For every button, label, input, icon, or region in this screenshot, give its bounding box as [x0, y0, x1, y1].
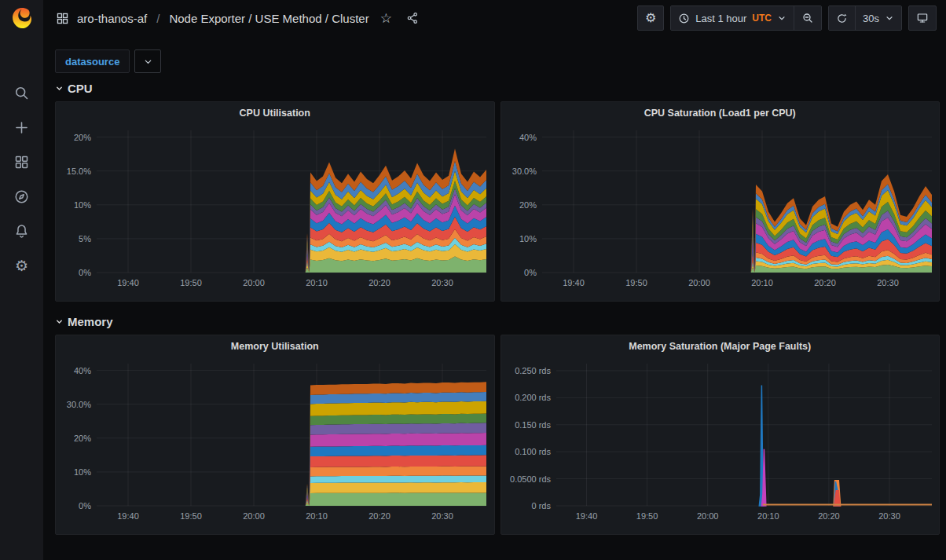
svg-text:20%: 20%	[74, 133, 91, 142]
dashboard-grid-icon	[56, 12, 69, 25]
svg-text:20:20: 20:20	[814, 278, 836, 287]
magnifier-minus-icon	[801, 12, 814, 24]
gear-icon: ⚙	[15, 258, 28, 273]
svg-text:20:00: 20:00	[243, 511, 265, 521]
svg-text:20%: 20%	[519, 200, 536, 210]
svg-text:20:10: 20:10	[751, 278, 773, 287]
favorite-button[interactable]: ☆	[377, 10, 395, 27]
svg-text:20:20: 20:20	[368, 278, 390, 287]
panel-title[interactable]: CPU Saturation (Load1 per CPU)	[501, 102, 940, 124]
panel-memory-saturation: Memory Saturation (Major Page Faults) 0 …	[500, 335, 940, 535]
sidebar-item-search[interactable]	[0, 75, 43, 110]
section-title: CPU	[68, 82, 93, 95]
breadcrumb-team[interactable]: aro-thanos-af	[77, 12, 147, 25]
chevron-down-icon	[777, 13, 786, 23]
breadcrumb-separator: /	[155, 12, 161, 25]
datasource-picker[interactable]: datasource	[55, 49, 130, 73]
svg-text:20:10: 20:10	[306, 511, 328, 521]
plus-icon	[13, 119, 30, 136]
panel-title[interactable]: Memory Utilisation	[56, 335, 494, 357]
refresh-group: 30s	[828, 5, 902, 31]
svg-text:5%: 5%	[79, 234, 91, 243]
memory-panels-row: Memory Utilisation 0%10%20%30.0%40%19:40…	[55, 335, 940, 535]
svg-text:0.100 rds: 0.100 rds	[515, 447, 551, 456]
dashboards-grid-icon	[13, 154, 30, 170]
svg-text:10%: 10%	[519, 234, 536, 243]
panel-memory-utilisation: Memory Utilisation 0%10%20%30.0%40%19:40…	[55, 335, 495, 535]
section-memory[interactable]: Memory	[55, 315, 113, 328]
breadcrumb-dashboard-title[interactable]: Node Exporter / USE Method / Cluster	[169, 12, 368, 25]
svg-text:0%: 0%	[79, 268, 91, 277]
time-range-label: Last 1 hour	[695, 13, 746, 24]
svg-text:20:30: 20:30	[878, 511, 900, 521]
sidebar-item-explore[interactable]	[0, 179, 43, 214]
monitor-icon	[916, 12, 929, 24]
time-range-picker[interactable]: Last 1 hour UTC	[671, 6, 794, 30]
breadcrumb: aro-thanos-af / Node Exporter / USE Meth…	[56, 10, 422, 27]
panel-title[interactable]: CPU Utilisation	[56, 102, 494, 124]
svg-text:19:50: 19:50	[625, 278, 647, 287]
refresh-interval-picker[interactable]: 30s	[855, 6, 901, 30]
topbar: aro-thanos-af / Node Exporter / USE Meth…	[43, 0, 946, 36]
dashboard-settings-button[interactable]: ⚙	[637, 5, 664, 31]
svg-text:20:20: 20:20	[818, 511, 840, 521]
star-icon: ☆	[380, 12, 392, 25]
section-cpu[interactable]: CPU	[55, 82, 93, 95]
svg-text:30.0%: 30.0%	[512, 167, 536, 176]
svg-text:20:00: 20:00	[696, 511, 718, 521]
kiosk-mode-button[interactable]	[908, 5, 937, 31]
share-button[interactable]	[403, 10, 422, 26]
time-controls-group: Last 1 hour UTC	[670, 5, 822, 31]
chevron-down-icon	[55, 84, 64, 93]
bell-icon	[13, 223, 30, 240]
chart-cpu-saturation[interactable]: 0%10%20%30.0%40%19:4019:5020:0020:1020:2…	[501, 124, 940, 301]
chart-memory-saturation[interactable]: 0 rds0.0500 rds0.100 rds0.150 rds0.200 r…	[501, 357, 940, 534]
svg-text:20:30: 20:30	[877, 278, 899, 287]
svg-text:0%: 0%	[79, 501, 91, 511]
svg-text:40%: 40%	[519, 133, 536, 142]
sidebar-item-alerting[interactable]	[0, 214, 43, 248]
svg-text:19:50: 19:50	[180, 278, 202, 287]
chevron-down-icon	[55, 317, 64, 326]
svg-text:20:10: 20:10	[757, 511, 779, 521]
sidebar-item-dashboards[interactable]	[0, 145, 43, 179]
svg-text:0.250 rds: 0.250 rds	[515, 366, 551, 375]
svg-text:30.0%: 30.0%	[67, 400, 91, 409]
panel-title[interactable]: Memory Saturation (Major Page Faults)	[501, 335, 940, 357]
refresh-icon	[836, 13, 848, 24]
sidebar-item-configuration[interactable]: ⚙	[0, 248, 43, 283]
cpu-panels-row: CPU Utilisation 0%5%10%15.0%20%19:4019:5…	[55, 101, 940, 302]
chart-cpu-utilisation[interactable]: 0%5%10%15.0%20%19:4019:5020:0020:1020:20…	[56, 124, 494, 301]
svg-text:19:50: 19:50	[636, 511, 658, 521]
svg-text:19:40: 19:40	[575, 511, 597, 521]
refresh-interval-label: 30s	[863, 13, 879, 24]
svg-text:20:10: 20:10	[306, 278, 328, 287]
clock-icon	[678, 13, 690, 24]
chevron-down-icon	[143, 57, 153, 67]
toolbar: ⚙ Last 1 hour UTC	[637, 5, 937, 31]
search-icon	[13, 85, 30, 101]
panel-cpu-utilisation: CPU Utilisation 0%5%10%15.0%20%19:4019:5…	[55, 101, 495, 302]
chart-memory-utilisation[interactable]: 0%10%20%30.0%40%19:4019:5020:0020:1020:2…	[56, 357, 494, 534]
svg-text:0.150 rds: 0.150 rds	[515, 420, 551, 430]
refresh-button[interactable]	[829, 6, 855, 30]
svg-text:20:00: 20:00	[243, 278, 265, 287]
dashboard-main: datasource CPU CPU Utilisation 0%5%10%15…	[43, 36, 946, 560]
svg-text:15.0%: 15.0%	[67, 167, 91, 176]
grafana-logo[interactable]	[0, 0, 43, 36]
svg-text:10%: 10%	[74, 200, 91, 210]
zoom-out-time-button[interactable]	[794, 6, 821, 30]
chevron-down-icon	[885, 13, 894, 23]
gear-icon: ⚙	[645, 12, 656, 24]
svg-text:20%: 20%	[74, 434, 91, 443]
svg-text:0 rds: 0 rds	[531, 501, 551, 511]
compass-icon	[13, 188, 30, 205]
svg-text:0.0500 rds: 0.0500 rds	[510, 474, 551, 484]
svg-text:10%: 10%	[74, 467, 91, 477]
sidebar-item-create[interactable]	[0, 110, 43, 145]
share-icon	[406, 12, 419, 24]
svg-text:20:00: 20:00	[688, 278, 710, 287]
svg-text:19:50: 19:50	[180, 511, 202, 521]
datasource-caret-button[interactable]	[134, 49, 161, 73]
sidebar-nav: ⚙	[0, 75, 43, 283]
